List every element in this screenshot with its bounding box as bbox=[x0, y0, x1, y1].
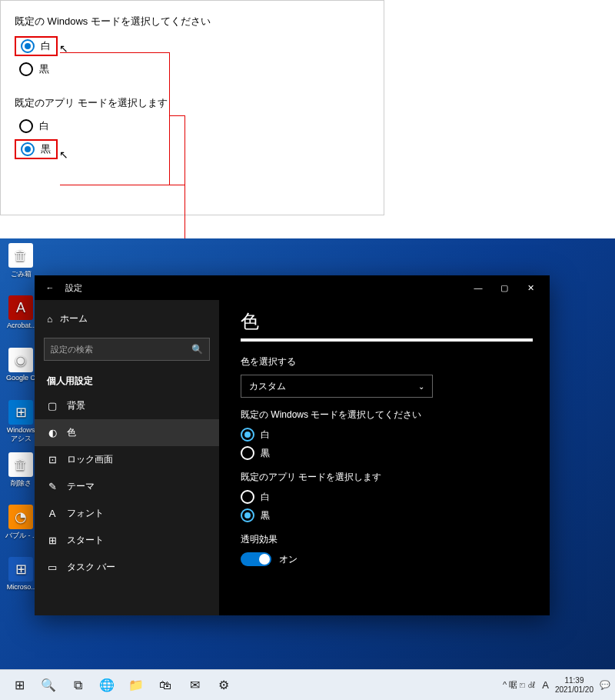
radio-icon bbox=[21, 39, 35, 53]
radio-icon bbox=[21, 142, 35, 156]
choose-color-label: 色を選択する bbox=[241, 355, 528, 368]
tray-icons[interactable]: ^ 啹 ⏍ ㎗ bbox=[503, 679, 536, 691]
system-tray[interactable]: ^ 啹 ⏍ ㎗ A 11:39 2021/01/20 💬 bbox=[503, 676, 610, 695]
explorer-icon[interactable]: 📁 bbox=[121, 670, 151, 701]
annotation-line bbox=[60, 185, 184, 185]
page-title: 色 bbox=[241, 309, 528, 334]
nav-icon: ▢ bbox=[47, 400, 58, 412]
taskbar: ⊞ 🔍 ⧉ 🌐 📁 🛍 ✉ ⚙ ^ 啹 ⏍ ㎗ A 11:39 2021/01/… bbox=[0, 669, 615, 700]
notification-icon[interactable]: 💬 bbox=[600, 680, 610, 690]
nav-icon: ▭ bbox=[47, 562, 58, 573]
sidebar-item[interactable]: ▭タスク バー bbox=[35, 554, 219, 581]
radio-white-highlighted[interactable]: 白 ↖ bbox=[15, 36, 58, 56]
transparency-label: 透明効果 bbox=[241, 533, 528, 546]
desktop-icon[interactable]: ⊞Windows アシス bbox=[5, 400, 37, 444]
radio-icon bbox=[19, 62, 33, 76]
window-title: 設定 bbox=[59, 282, 465, 294]
maximize-button[interactable]: ▢ bbox=[491, 275, 517, 300]
start-button[interactable]: ⊞ bbox=[5, 670, 34, 701]
radio-white[interactable]: 白 bbox=[15, 118, 58, 135]
radio-label: 白 bbox=[41, 39, 51, 53]
radio-white[interactable]: 白 bbox=[241, 428, 528, 442]
desktop-icon[interactable]: 🗑ごみ箱 bbox=[5, 243, 37, 279]
taskview-button[interactable]: ⧉ bbox=[63, 670, 92, 701]
nav-icon: ⊡ bbox=[47, 454, 58, 465]
search-input[interactable]: 設定の検索 🔍 bbox=[44, 338, 210, 361]
desktop-icon[interactable]: 🗑削除さ bbox=[5, 452, 37, 488]
close-button[interactable]: ✕ bbox=[517, 275, 544, 300]
home-link[interactable]: ⌂ ホーム bbox=[35, 306, 219, 332]
radio-black-highlighted[interactable]: 黒 ↖ bbox=[15, 139, 58, 159]
instruction-panel: 既定の Windows モードを選択してください 白 ↖ 黒 既定のアプリ モー… bbox=[0, 0, 384, 215]
content-pane: 色 色を選択する カスタム ⌄ 既定の Windows モードを選択してください… bbox=[219, 300, 550, 615]
cursor-icon: ↖ bbox=[59, 148, 68, 161]
sidebar-item[interactable]: ✎テーマ bbox=[35, 473, 219, 500]
sidebar-item[interactable]: ⊞スタート bbox=[35, 527, 219, 554]
search-icon: 🔍 bbox=[191, 344, 203, 355]
sidebar-item[interactable]: Aフォント bbox=[35, 500, 219, 527]
radio-label: 黒 bbox=[39, 62, 49, 76]
sidebar-item[interactable]: ⊡ロック画面 bbox=[35, 446, 219, 473]
nav-icon: ◐ bbox=[47, 427, 58, 438]
search-button[interactable]: 🔍 bbox=[34, 670, 63, 701]
mail-icon[interactable]: ✉ bbox=[180, 670, 209, 701]
back-button[interactable]: ← bbox=[41, 283, 59, 292]
radio-label: 黒 bbox=[41, 142, 51, 156]
desktop-icon[interactable]: AAcrobat.. bbox=[5, 295, 37, 329]
nav-icon: ✎ bbox=[47, 481, 58, 492]
app-mode-title: 既定のアプリ モードを選択します bbox=[15, 96, 370, 110]
color-dropdown[interactable]: カスタム ⌄ bbox=[241, 375, 433, 398]
sidebar-category: 個人用設定 bbox=[35, 367, 219, 392]
annotation-line bbox=[169, 52, 170, 185]
nav-icon: ⊞ bbox=[47, 535, 58, 546]
minimize-button[interactable]: — bbox=[465, 275, 491, 300]
app-mode-label: 既定のアプリ モードを選択します bbox=[241, 471, 528, 484]
store-icon[interactable]: 🛍 bbox=[151, 670, 180, 701]
divider bbox=[241, 338, 533, 342]
radio-black[interactable]: 黒 bbox=[241, 446, 528, 460]
windows-mode-title: 既定の Windows モードを選択してください bbox=[15, 15, 370, 28]
sidebar-item[interactable]: ▢背景 bbox=[35, 392, 219, 419]
radio-black[interactable]: 黒 bbox=[241, 508, 528, 522]
annotation-line bbox=[60, 52, 169, 53]
windows-mode-label: 既定の Windows モードを選択してください bbox=[241, 408, 528, 422]
settings-window: ← 設定 — ▢ ✕ ⌂ ホーム 設定の検索 🔍 個人用設定 ▢背景◐色⊡ロック… bbox=[35, 275, 550, 615]
home-icon: ⌂ bbox=[47, 314, 52, 325]
radio-white[interactable]: 白 bbox=[241, 490, 528, 504]
sidebar-item[interactable]: ◐色 bbox=[35, 419, 219, 446]
nav-icon: A bbox=[47, 508, 58, 519]
radio-icon bbox=[19, 119, 33, 133]
desktop-icon[interactable]: ⊞Microso.. bbox=[5, 557, 37, 591]
desktop-icon[interactable]: ◉Google C bbox=[5, 348, 37, 382]
titlebar[interactable]: ← 設定 — ▢ ✕ bbox=[35, 275, 550, 300]
clock[interactable]: 11:39 2021/01/20 bbox=[555, 676, 593, 695]
annotation-line bbox=[169, 115, 184, 116]
transparency-toggle[interactable] bbox=[241, 552, 271, 566]
ime-indicator[interactable]: A bbox=[542, 679, 549, 691]
sidebar: ⌂ ホーム 設定の検索 🔍 個人用設定 ▢背景◐色⊡ロック画面✎テーマAフォント… bbox=[35, 300, 219, 615]
settings-icon[interactable]: ⚙ bbox=[209, 670, 238, 701]
chevron-down-icon: ⌄ bbox=[418, 382, 424, 391]
desktop-icon[interactable]: ◔バブル - .. bbox=[5, 505, 37, 541]
edge-icon[interactable]: 🌐 bbox=[92, 670, 121, 701]
radio-label: 白 bbox=[39, 119, 49, 133]
radio-black[interactable]: 黒 bbox=[15, 61, 58, 78]
